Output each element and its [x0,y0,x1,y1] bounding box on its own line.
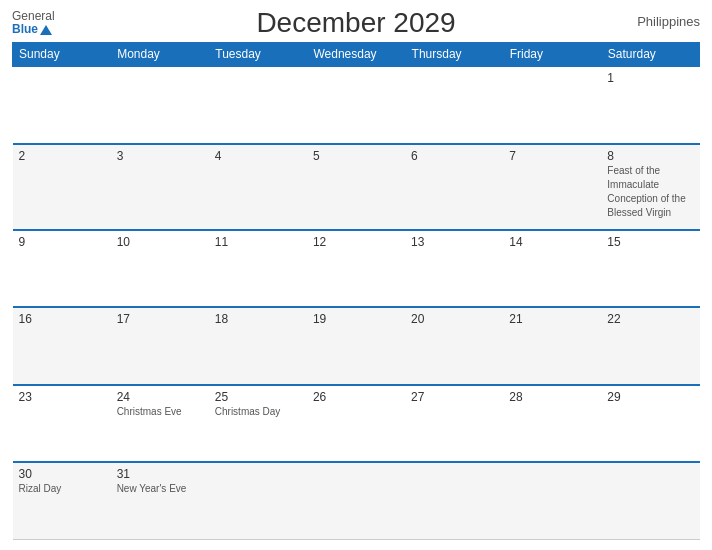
day-number: 21 [509,312,595,326]
day-number: 12 [313,235,399,249]
day-cell [405,66,503,143]
day-cell [209,462,307,539]
day-cell: 27 [405,385,503,462]
calendar-table: Sunday Monday Tuesday Wednesday Thursday… [12,42,700,540]
day-cell [209,66,307,143]
day-cell: 24Christmas Eve [111,385,209,462]
day-number: 25 [215,390,301,404]
day-cell: 29 [601,385,699,462]
day-cell: 17 [111,307,209,384]
day-cell: 6 [405,144,503,230]
logo: General Blue [12,10,55,36]
day-cell: 18 [209,307,307,384]
day-cell: 13 [405,230,503,307]
day-cell: 23 [13,385,111,462]
day-cell [503,66,601,143]
day-cell: 12 [307,230,405,307]
day-number: 23 [19,390,105,404]
header: General Blue December 2029 Philippines [12,10,700,36]
day-cell: 26 [307,385,405,462]
day-cell: 10 [111,230,209,307]
day-cell: 7 [503,144,601,230]
weekday-header-row: Sunday Monday Tuesday Wednesday Thursday… [13,43,700,67]
day-number: 20 [411,312,497,326]
day-cell: 11 [209,230,307,307]
day-cell: 15 [601,230,699,307]
header-friday: Friday [503,43,601,67]
day-cell [601,462,699,539]
day-number: 15 [607,235,693,249]
day-number: 1 [607,71,693,85]
day-number: 17 [117,312,203,326]
day-number: 10 [117,235,203,249]
day-number: 29 [607,390,693,404]
day-number: 22 [607,312,693,326]
logo-triangle-icon [40,25,52,35]
day-number: 5 [313,149,399,163]
header-tuesday: Tuesday [209,43,307,67]
day-cell [405,462,503,539]
day-cell [307,66,405,143]
header-saturday: Saturday [601,43,699,67]
week-row-1: 1 [13,66,700,143]
day-cell: 19 [307,307,405,384]
day-number: 30 [19,467,105,481]
day-cell: 31New Year's Eve [111,462,209,539]
logo-blue-text: Blue [12,23,38,36]
day-number: 7 [509,149,595,163]
day-cell: 4 [209,144,307,230]
week-row-5: 2324Christmas Eve25Christmas Day26272829 [13,385,700,462]
day-cell: 28 [503,385,601,462]
week-row-3: 9101112131415 [13,230,700,307]
day-number: 28 [509,390,595,404]
day-number: 26 [313,390,399,404]
day-cell [307,462,405,539]
event-text: New Year's Eve [117,483,187,494]
header-sunday: Sunday [13,43,111,67]
day-number: 16 [19,312,105,326]
day-cell: 14 [503,230,601,307]
day-number: 4 [215,149,301,163]
day-number: 3 [117,149,203,163]
day-number: 13 [411,235,497,249]
event-text: Rizal Day [19,483,62,494]
day-number: 8 [607,149,693,163]
event-text: Feast of the Immaculate Conception of th… [607,165,685,218]
week-row-6: 30Rizal Day31New Year's Eve [13,462,700,539]
day-cell: 2 [13,144,111,230]
calendar-container: General Blue December 2029 Philippines S… [0,0,712,550]
day-cell: 3 [111,144,209,230]
day-cell [503,462,601,539]
event-text: Christmas Day [215,406,281,417]
day-cell: 30Rizal Day [13,462,111,539]
day-cell: 5 [307,144,405,230]
event-text: Christmas Eve [117,406,182,417]
day-number: 9 [19,235,105,249]
day-number: 31 [117,467,203,481]
day-number: 18 [215,312,301,326]
day-cell: 9 [13,230,111,307]
day-number: 19 [313,312,399,326]
header-monday: Monday [111,43,209,67]
day-cell [111,66,209,143]
week-row-2: 2345678Feast of the Immaculate Conceptio… [13,144,700,230]
day-number: 2 [19,149,105,163]
day-cell: 22 [601,307,699,384]
day-number: 11 [215,235,301,249]
day-cell: 21 [503,307,601,384]
header-wednesday: Wednesday [307,43,405,67]
week-row-4: 16171819202122 [13,307,700,384]
day-cell: 20 [405,307,503,384]
day-cell: 8Feast of the Immaculate Conception of t… [601,144,699,230]
day-cell: 1 [601,66,699,143]
header-thursday: Thursday [405,43,503,67]
month-title: December 2029 [256,7,455,39]
country-label: Philippines [637,14,700,29]
day-number: 27 [411,390,497,404]
day-cell: 25Christmas Day [209,385,307,462]
day-number: 14 [509,235,595,249]
day-number: 6 [411,149,497,163]
day-cell [13,66,111,143]
day-number: 24 [117,390,203,404]
day-cell: 16 [13,307,111,384]
